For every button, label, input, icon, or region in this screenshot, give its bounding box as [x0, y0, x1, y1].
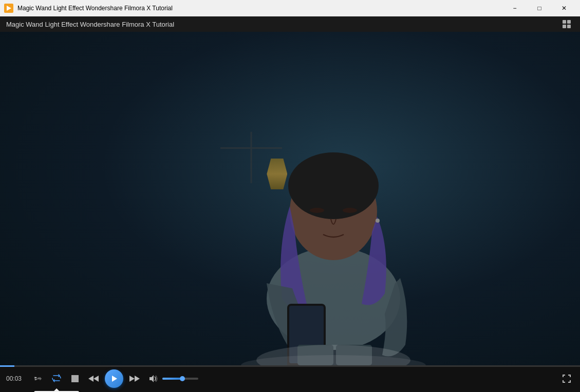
svg-rect-4 — [563, 25, 566, 28]
repeat-button-container: Turn repeat on — [49, 371, 64, 386]
play-button[interactable] — [105, 369, 123, 388]
app-icon — [4, 4, 13, 13]
rewind-icon — [88, 375, 99, 383]
svg-marker-23 — [129, 376, 135, 382]
svg-marker-20 — [93, 376, 99, 382]
volume-slider[interactable] — [162, 378, 198, 380]
grid-view-button[interactable] — [559, 17, 574, 31]
fullscreen-button[interactable] — [559, 371, 574, 386]
stop-icon — [71, 375, 79, 382]
title-bar-text: Magic Wand Light Effect Wondershare Film… — [17, 5, 173, 12]
volume-thumb — [180, 376, 185, 381]
svg-point-12 — [376, 219, 380, 223]
minimize-button[interactable]: − — [503, 0, 527, 16]
progress-fill — [0, 365, 14, 367]
close-button[interactable]: ✕ — [552, 0, 576, 16]
volume-fill — [162, 378, 182, 380]
svg-rect-3 — [567, 20, 571, 24]
fast-forward-icon — [129, 375, 140, 383]
time-display: 00:03 — [6, 375, 27, 382]
person-silhouette — [226, 68, 441, 365]
window-title-label: Magic Wand Light Effect Wondershare Film… — [6, 21, 557, 28]
fast-forward-button[interactable] — [127, 371, 142, 386]
title-bar: Magic Wand Light Effect Wondershare Film… — [0, 0, 580, 16]
svg-point-10 — [310, 208, 324, 213]
svg-marker-21 — [88, 376, 93, 382]
shuffle-icon — [33, 374, 43, 383]
volume-icon — [148, 374, 158, 383]
progress-bar[interactable] — [0, 365, 580, 367]
svg-point-11 — [343, 208, 357, 213]
repeat-icon — [51, 374, 62, 384]
fullscreen-icon — [562, 374, 571, 383]
video-area[interactable] — [0, 32, 580, 365]
svg-marker-24 — [135, 376, 140, 382]
window-controls: − □ ✕ — [503, 0, 576, 16]
stop-button[interactable] — [68, 371, 82, 386]
svg-rect-2 — [563, 20, 566, 24]
svg-marker-25 — [149, 375, 154, 382]
menu-bar: Magic Wand Light Effect Wondershare Film… — [0, 16, 580, 32]
video-scene — [0, 32, 580, 365]
svg-marker-22 — [112, 376, 117, 382]
rewind-button[interactable] — [86, 371, 101, 386]
controls-bar: 00:03 Turn repeat on — [0, 365, 580, 392]
volume-area — [146, 371, 198, 386]
title-bar-left: Magic Wand Light Effect Wondershare Film… — [4, 4, 173, 13]
play-icon — [110, 375, 118, 382]
repeat-button[interactable] — [49, 371, 64, 386]
svg-rect-5 — [567, 25, 571, 28]
volume-button[interactable] — [146, 371, 160, 386]
svg-point-9 — [288, 152, 379, 219]
maximize-button[interactable]: □ — [528, 0, 551, 16]
shuffle-button[interactable] — [31, 371, 45, 386]
